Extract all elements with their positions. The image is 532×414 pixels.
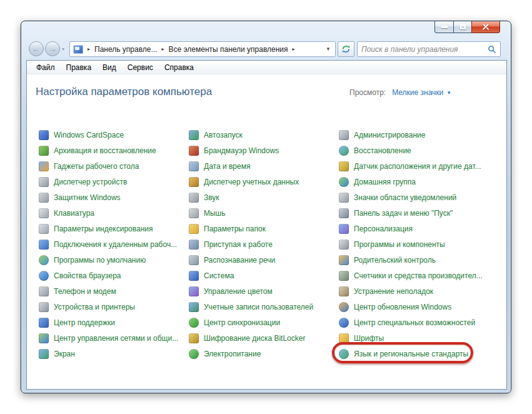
control-panel-item[interactable]: Администрирование bbox=[339, 127, 503, 143]
system-icon bbox=[189, 271, 199, 281]
control-panel-item[interactable]: Программы и компоненты bbox=[339, 236, 503, 252]
control-panel-item[interactable]: Центр синхронизации bbox=[189, 315, 339, 330]
backup-restore-icon bbox=[39, 146, 49, 156]
fonts-icon bbox=[339, 333, 349, 343]
control-panel-item[interactable]: Устройства и принтеры bbox=[39, 299, 189, 315]
performance-tools-icon bbox=[339, 271, 349, 281]
view-mode-link[interactable]: Мелкие значки bbox=[392, 88, 443, 97]
search-icon bbox=[488, 45, 496, 54]
remote-desktop-icon bbox=[39, 240, 49, 250]
control-panel-window: ← → ▾ ▸ Панель управле... ▸ Все элементы… bbox=[21, 21, 511, 393]
control-panel-item[interactable]: Значки области уведомлений bbox=[339, 189, 503, 205]
control-panel-item[interactable]: Счетчики и средства производител... bbox=[339, 268, 503, 283]
indexing-options-icon bbox=[39, 224, 49, 234]
minimize-button[interactable] bbox=[434, 21, 453, 33]
power-options-icon bbox=[189, 349, 199, 359]
control-panel-item[interactable]: Клавиатура bbox=[39, 205, 189, 221]
menu-item[interactable]: Файл bbox=[31, 61, 61, 74]
control-panel-item[interactable]: Родительский контроль bbox=[339, 252, 503, 268]
control-panel-item[interactable]: Звук bbox=[189, 189, 339, 205]
window-caption-buttons bbox=[434, 21, 500, 33]
ease-of-access-icon bbox=[339, 318, 349, 328]
control-panel-item[interactable]: Центр специальных возможностей bbox=[339, 315, 503, 330]
control-panel-item[interactable]: Подключения к удаленным рабоч... bbox=[39, 236, 189, 252]
control-panel-item[interactable]: Архивация и восстановление bbox=[39, 143, 189, 158]
control-panel-item[interactable]: Диспетчер устройств bbox=[39, 174, 189, 189]
control-panel-item[interactable]: Гаджеты рабочего стола bbox=[39, 158, 189, 174]
breadcrumb-separator-icon: ▸ bbox=[293, 46, 295, 52]
windows-update-icon bbox=[339, 302, 349, 312]
control-panel-item[interactable]: Центр поддержки bbox=[39, 315, 189, 330]
control-panel-item[interactable]: Автозапуск bbox=[189, 127, 339, 143]
control-panel-item[interactable]: Windows CardSpace bbox=[39, 127, 189, 143]
windows-defender-icon bbox=[39, 193, 49, 203]
control-panel-item[interactable]: Центр управления сетями и общи... bbox=[39, 330, 189, 346]
phone-modem-icon bbox=[39, 286, 49, 296]
search-box[interactable] bbox=[357, 41, 501, 57]
control-panel-item[interactable]: Параметры папок bbox=[189, 221, 339, 236]
menu-item[interactable]: Правка bbox=[61, 61, 98, 74]
view-dropdown-icon[interactable]: ▼ bbox=[446, 90, 451, 96]
speech-recognition-icon bbox=[189, 255, 199, 265]
folder-options-icon bbox=[189, 224, 199, 234]
sync-center-icon bbox=[189, 318, 199, 328]
control-panel-item[interactable]: Шрифты bbox=[339, 330, 503, 346]
breadcrumb-control-panel[interactable]: Панель управле... bbox=[94, 45, 157, 54]
control-panel-item[interactable]: Учетные записи пользователей bbox=[189, 299, 339, 315]
sound-speaker-icon bbox=[189, 193, 199, 203]
keyboard-icon bbox=[39, 208, 49, 218]
search-input[interactable] bbox=[361, 45, 488, 54]
maximize-button[interactable] bbox=[453, 21, 471, 33]
control-panel-item[interactable]: Параметры индексирования bbox=[39, 221, 189, 236]
control-panel-item[interactable]: Восстановление bbox=[339, 143, 503, 158]
control-panel-item[interactable]: Диспетчер учетных данных bbox=[189, 174, 339, 189]
control-panel-item[interactable]: Управление цветом bbox=[189, 283, 339, 299]
control-panel-item[interactable]: Домашняя группа bbox=[339, 174, 503, 189]
view-label: Просмотр: bbox=[349, 88, 386, 97]
display-icon bbox=[39, 349, 49, 359]
control-panel-item[interactable]: Устранение неполадок bbox=[339, 283, 503, 299]
bitlocker-icon bbox=[189, 333, 199, 343]
control-panel-item[interactable]: Мышь bbox=[189, 205, 339, 221]
control-panel-item[interactable]: Электропитание bbox=[189, 346, 339, 361]
location-sensors-icon bbox=[339, 161, 349, 171]
personalization-icon bbox=[339, 224, 349, 234]
back-button[interactable]: ← bbox=[29, 41, 44, 56]
control-panel-item[interactable]: Язык и региональные стандарты bbox=[339, 346, 503, 361]
menu-item[interactable]: Вид bbox=[97, 61, 122, 74]
address-bar[interactable]: ▸ Панель управле... ▸ Все элементы панел… bbox=[69, 41, 336, 57]
control-panel-item[interactable]: Шифрование диска BitLocker bbox=[189, 330, 339, 346]
control-panel-item[interactable]: Датчик расположения и другие дат... bbox=[339, 158, 503, 174]
control-panel-item[interactable]: Свойства браузера bbox=[39, 268, 189, 283]
minimize-icon bbox=[441, 26, 448, 28]
notification-area-icons-icon bbox=[339, 193, 349, 203]
control-panel-item[interactable]: Приступая к работе bbox=[189, 236, 339, 252]
address-dropdown-icon[interactable]: ▼ bbox=[326, 46, 332, 52]
control-panel-item[interactable]: Распознавание речи bbox=[189, 252, 339, 268]
control-panel-item[interactable]: Брандмауэр Windows bbox=[189, 143, 339, 158]
control-panel-item[interactable]: Центр обновления Windows bbox=[339, 299, 503, 315]
control-panel-item[interactable]: Система bbox=[189, 268, 339, 283]
control-panel-item[interactable]: Дата и время bbox=[189, 158, 339, 174]
breadcrumb-all-items[interactable]: Все элементы панели управления bbox=[168, 45, 288, 54]
control-panel-item[interactable]: Программы по умолчанию bbox=[39, 252, 189, 268]
control-panel-item[interactable]: Защитник Windows bbox=[39, 189, 189, 205]
close-button[interactable] bbox=[471, 21, 500, 33]
history-dropdown-button[interactable]: ▾ bbox=[62, 46, 64, 52]
forward-button[interactable]: → bbox=[45, 41, 60, 56]
back-arrow-icon: ← bbox=[32, 44, 41, 54]
devices-printers-icon bbox=[39, 302, 49, 312]
menu-item[interactable]: Справка bbox=[159, 61, 199, 74]
refresh-button[interactable] bbox=[338, 41, 354, 57]
control-panel-item[interactable]: Панель задач и меню "Пуск" bbox=[339, 205, 503, 221]
menu-item[interactable]: Сервис bbox=[122, 61, 159, 74]
page-title: Настройка параметров компьютера bbox=[36, 86, 212, 98]
action-center-flag-icon bbox=[39, 318, 49, 328]
control-panel-item[interactable]: Экран bbox=[39, 346, 189, 361]
items-column-2: Автозапуск Брандмауэр Windows Дата и вре… bbox=[189, 127, 339, 361]
control-panel-item[interactable]: Телефон и модем bbox=[39, 283, 189, 299]
navigation-band: ← → ▾ ▸ Панель управле... ▸ Все элементы… bbox=[21, 40, 511, 58]
control-panel-item[interactable]: Персонализация bbox=[339, 221, 503, 236]
maximize-icon bbox=[460, 24, 466, 29]
view-selector: Просмотр: Мелкие значки ▼ bbox=[349, 88, 451, 97]
